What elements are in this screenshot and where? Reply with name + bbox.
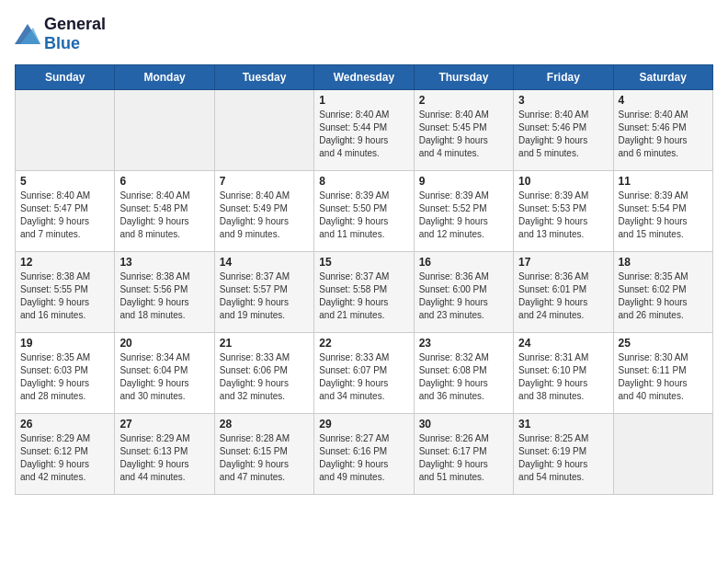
day-info: Sunrise: 8:30 AM Sunset: 6:11 PM Dayligh… xyxy=(619,351,708,403)
day-info: Sunrise: 8:33 AM Sunset: 6:06 PM Dayligh… xyxy=(220,351,309,403)
day-number: 22 xyxy=(319,337,408,350)
calendar-day-cell: 21Sunrise: 8:33 AM Sunset: 6:06 PM Dayli… xyxy=(214,333,313,414)
weekday-header: Saturday xyxy=(613,65,712,90)
calendar-day-cell: 12Sunrise: 8:38 AM Sunset: 5:55 PM Dayli… xyxy=(16,252,115,333)
day-info: Sunrise: 8:26 AM Sunset: 6:17 PM Dayligh… xyxy=(419,432,508,484)
logo: General Blue xyxy=(15,15,106,53)
day-info: Sunrise: 8:40 AM Sunset: 5:48 PM Dayligh… xyxy=(119,190,209,241)
calendar-day-cell: 3Sunrise: 8:40 AM Sunset: 5:46 PM Daylig… xyxy=(514,90,613,171)
weekday-header: Monday xyxy=(115,65,214,90)
day-number: 15 xyxy=(319,256,408,269)
calendar-day-cell: 24Sunrise: 8:31 AM Sunset: 6:10 PM Dayli… xyxy=(514,333,613,414)
day-number: 28 xyxy=(220,418,309,431)
calendar-day-cell: 8Sunrise: 8:39 AM Sunset: 5:50 PM Daylig… xyxy=(314,171,414,252)
calendar-day-cell: 16Sunrise: 8:36 AM Sunset: 6:00 PM Dayli… xyxy=(414,252,513,333)
calendar-day-cell: 17Sunrise: 8:36 AM Sunset: 6:01 PM Dayli… xyxy=(514,252,613,333)
day-number: 21 xyxy=(220,337,309,350)
day-info: Sunrise: 8:37 AM Sunset: 5:58 PM Dayligh… xyxy=(319,270,408,322)
day-number: 19 xyxy=(20,337,109,350)
calendar-day-cell xyxy=(613,414,712,495)
day-info: Sunrise: 8:27 AM Sunset: 6:16 PM Dayligh… xyxy=(319,432,408,484)
calendar-week-row: 5Sunrise: 8:40 AM Sunset: 5:47 PM Daylig… xyxy=(16,171,713,252)
day-info: Sunrise: 8:40 AM Sunset: 5:45 PM Dayligh… xyxy=(419,109,508,160)
day-info: Sunrise: 8:40 AM Sunset: 5:44 PM Dayligh… xyxy=(319,109,408,160)
calendar-day-cell xyxy=(16,90,115,171)
calendar-day-cell: 29Sunrise: 8:27 AM Sunset: 6:16 PM Dayli… xyxy=(314,414,414,495)
calendar-body: 1Sunrise: 8:40 AM Sunset: 5:44 PM Daylig… xyxy=(16,90,713,495)
day-info: Sunrise: 8:40 AM Sunset: 5:46 PM Dayligh… xyxy=(619,109,708,160)
day-number: 13 xyxy=(119,256,209,269)
day-number: 7 xyxy=(220,175,309,188)
calendar-day-cell: 9Sunrise: 8:39 AM Sunset: 5:52 PM Daylig… xyxy=(414,171,513,252)
day-info: Sunrise: 8:28 AM Sunset: 6:15 PM Dayligh… xyxy=(220,432,309,484)
calendar-day-cell: 2Sunrise: 8:40 AM Sunset: 5:45 PM Daylig… xyxy=(414,90,513,171)
calendar-week-row: 1Sunrise: 8:40 AM Sunset: 5:44 PM Daylig… xyxy=(16,90,713,171)
logo-icon xyxy=(15,24,40,44)
calendar-day-cell: 6Sunrise: 8:40 AM Sunset: 5:48 PM Daylig… xyxy=(115,171,214,252)
day-info: Sunrise: 8:31 AM Sunset: 6:10 PM Dayligh… xyxy=(518,351,608,403)
day-number: 17 xyxy=(518,256,608,269)
day-number: 18 xyxy=(619,256,708,269)
day-number: 23 xyxy=(419,337,508,350)
day-number: 20 xyxy=(119,337,209,350)
calendar-week-row: 19Sunrise: 8:35 AM Sunset: 6:03 PM Dayli… xyxy=(16,333,713,414)
calendar-day-cell: 23Sunrise: 8:32 AM Sunset: 6:08 PM Dayli… xyxy=(414,333,513,414)
calendar-day-cell: 28Sunrise: 8:28 AM Sunset: 6:15 PM Dayli… xyxy=(214,414,313,495)
calendar-day-cell: 13Sunrise: 8:38 AM Sunset: 5:56 PM Dayli… xyxy=(115,252,214,333)
day-number: 24 xyxy=(518,337,608,350)
day-info: Sunrise: 8:37 AM Sunset: 5:57 PM Dayligh… xyxy=(220,270,309,322)
day-info: Sunrise: 8:36 AM Sunset: 6:01 PM Dayligh… xyxy=(518,270,608,322)
day-number: 12 xyxy=(20,256,109,269)
calendar-day-cell: 27Sunrise: 8:29 AM Sunset: 6:13 PM Dayli… xyxy=(115,414,214,495)
day-info: Sunrise: 8:35 AM Sunset: 6:03 PM Dayligh… xyxy=(20,351,109,403)
day-info: Sunrise: 8:39 AM Sunset: 5:50 PM Dayligh… xyxy=(319,190,408,241)
day-number: 3 xyxy=(518,94,608,107)
day-number: 8 xyxy=(319,175,408,188)
day-number: 30 xyxy=(419,418,508,431)
weekday-header: Tuesday xyxy=(214,65,313,90)
day-number: 14 xyxy=(220,256,309,269)
calendar-day-cell: 19Sunrise: 8:35 AM Sunset: 6:03 PM Dayli… xyxy=(16,333,115,414)
calendar-day-cell: 14Sunrise: 8:37 AM Sunset: 5:57 PM Dayli… xyxy=(214,252,313,333)
day-number: 25 xyxy=(619,337,708,350)
day-info: Sunrise: 8:40 AM Sunset: 5:49 PM Dayligh… xyxy=(220,190,309,241)
calendar-day-cell: 10Sunrise: 8:39 AM Sunset: 5:53 PM Dayli… xyxy=(514,171,613,252)
day-number: 26 xyxy=(20,418,109,431)
calendar-day-cell: 30Sunrise: 8:26 AM Sunset: 6:17 PM Dayli… xyxy=(414,414,513,495)
day-info: Sunrise: 8:33 AM Sunset: 6:07 PM Dayligh… xyxy=(319,351,408,403)
calendar-day-cell: 26Sunrise: 8:29 AM Sunset: 6:12 PM Dayli… xyxy=(16,414,115,495)
day-number: 29 xyxy=(319,418,408,431)
page-header: General Blue xyxy=(15,15,713,53)
weekday-header: Wednesday xyxy=(314,65,414,90)
day-info: Sunrise: 8:29 AM Sunset: 6:13 PM Dayligh… xyxy=(119,432,209,484)
weekday-header: Friday xyxy=(514,65,613,90)
day-info: Sunrise: 8:29 AM Sunset: 6:12 PM Dayligh… xyxy=(20,432,109,484)
calendar-day-cell: 15Sunrise: 8:37 AM Sunset: 5:58 PM Dayli… xyxy=(314,252,414,333)
calendar-day-cell: 18Sunrise: 8:35 AM Sunset: 6:02 PM Dayli… xyxy=(613,252,712,333)
day-number: 16 xyxy=(419,256,508,269)
calendar-table: SundayMondayTuesdayWednesdayThursdayFrid… xyxy=(15,64,713,495)
day-number: 31 xyxy=(518,418,608,431)
day-info: Sunrise: 8:34 AM Sunset: 6:04 PM Dayligh… xyxy=(119,351,209,403)
day-info: Sunrise: 8:39 AM Sunset: 5:53 PM Dayligh… xyxy=(518,190,608,241)
calendar-day-cell: 20Sunrise: 8:34 AM Sunset: 6:04 PM Dayli… xyxy=(115,333,214,414)
day-number: 2 xyxy=(419,94,508,107)
calendar-day-cell xyxy=(214,90,313,171)
calendar-week-row: 12Sunrise: 8:38 AM Sunset: 5:55 PM Dayli… xyxy=(16,252,713,333)
day-info: Sunrise: 8:25 AM Sunset: 6:19 PM Dayligh… xyxy=(518,432,608,484)
logo-blue: Blue xyxy=(44,34,80,52)
weekday-header: Thursday xyxy=(414,65,513,90)
day-number: 1 xyxy=(319,94,408,107)
day-info: Sunrise: 8:36 AM Sunset: 6:00 PM Dayligh… xyxy=(419,270,508,322)
calendar-day-cell: 5Sunrise: 8:40 AM Sunset: 5:47 PM Daylig… xyxy=(16,171,115,252)
weekday-header: Sunday xyxy=(16,65,115,90)
calendar-day-cell: 1Sunrise: 8:40 AM Sunset: 5:44 PM Daylig… xyxy=(314,90,414,171)
calendar-day-cell: 25Sunrise: 8:30 AM Sunset: 6:11 PM Dayli… xyxy=(613,333,712,414)
day-number: 11 xyxy=(619,175,708,188)
weekday-row: SundayMondayTuesdayWednesdayThursdayFrid… xyxy=(16,65,713,90)
day-number: 6 xyxy=(119,175,209,188)
calendar-week-row: 26Sunrise: 8:29 AM Sunset: 6:12 PM Dayli… xyxy=(16,414,713,495)
day-info: Sunrise: 8:38 AM Sunset: 5:55 PM Dayligh… xyxy=(20,270,109,322)
day-number: 5 xyxy=(20,175,109,188)
day-info: Sunrise: 8:40 AM Sunset: 5:47 PM Dayligh… xyxy=(20,190,109,241)
